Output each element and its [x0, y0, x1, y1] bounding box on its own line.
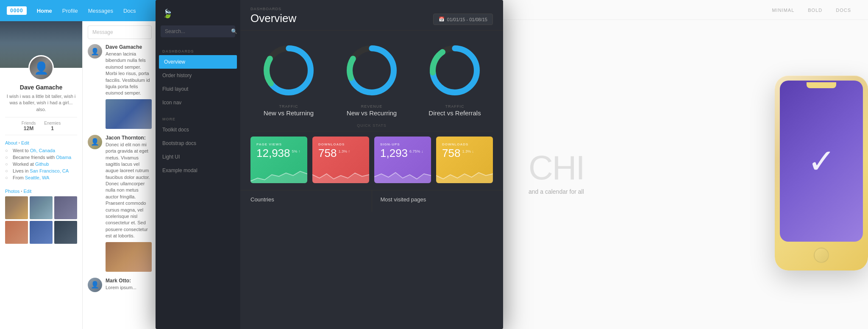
signups-label: SIGN-UPS	[380, 142, 425, 146]
about-item-canada: ○ Went to Oh, Canada	[5, 148, 77, 153]
leaf-icon: 🍃	[162, 8, 173, 19]
downloads-yellow-value: 7581.3% ↓	[442, 147, 487, 159]
donut-3	[425, 41, 484, 100]
profile-left: 👤 Dave Gamache I wish i was a little bit…	[0, 21, 83, 329]
feed-text-jacon: Donec id elit non mi porta gravida at eg…	[106, 142, 152, 240]
location-icon: ○	[5, 148, 10, 153]
photo-6[interactable]	[54, 221, 77, 244]
page-views-value: 12,9385% ↑	[256, 147, 301, 159]
about-item-sf: ○ Lives in San Francisco, CA	[5, 168, 77, 173]
nav-docs[interactable]: Docs	[123, 8, 136, 14]
photos-title: Photos · Edit	[5, 189, 77, 194]
work-icon: ○	[5, 162, 10, 167]
feed-item-mark: 👤 Mark Otto: Lorem ipsum...	[88, 278, 152, 292]
nav-overview[interactable]: Overview	[159, 55, 237, 69]
chart-1-title: New vs Returning	[264, 109, 314, 117]
nav-bootstrap-docs[interactable]: Bootstrap docs	[156, 137, 240, 150]
dashboard-panel: 🍃 🔍 DASHBOARDS Overview Order history Fl…	[156, 0, 503, 329]
photo-1[interactable]	[5, 196, 28, 219]
nav-toolkit-docs[interactable]: Toolkit docs	[156, 123, 240, 137]
feed-name-mark: Mark Otto:	[106, 278, 152, 284]
chart-3-type: Traffic	[445, 104, 465, 109]
profile-stats: Friends 12M Enemies 1	[5, 117, 77, 135]
nav-profile[interactable]: Profile	[62, 8, 78, 14]
most-visited-title: Most visited pages	[381, 196, 493, 203]
profile-area: 👤 Dave Gamache I wish i was a little bit…	[0, 21, 157, 329]
phone-screen: ✓	[780, 81, 863, 242]
nav-bold[interactable]: BOLD	[808, 8, 822, 13]
feed-content-jacon: Jacon Thornton: Donec id elit non mi por…	[106, 135, 152, 272]
downloads-yellow-trend	[436, 166, 493, 183]
feed-avatar-jacon: 👤	[88, 135, 102, 149]
most-visited-section: Most visited pages	[372, 190, 493, 212]
page-title: Overview	[250, 12, 296, 25]
photo-2[interactable]	[30, 196, 53, 219]
nav-example-modal[interactable]: Example modal	[156, 164, 240, 177]
chart-3-title: Direct vs Referrals	[428, 109, 481, 117]
chart-traffic-direct-referrals: Traffic Direct vs Referrals	[425, 41, 484, 117]
right-content: CHI and a calendar for all ✓	[503, 20, 868, 326]
about-item-github: ○ Worked at Github	[5, 162, 77, 167]
feed-avatar-dave: 👤	[88, 44, 102, 59]
profile-feed: Message 👤 Dave Gamache Aenean lacinia bi…	[83, 21, 157, 329]
photo-5[interactable]	[30, 221, 53, 244]
search-box[interactable]: 🔍	[161, 25, 235, 37]
about-item-obama: ○ Became friends with Obama	[5, 155, 77, 160]
stat-card-page-views: PAGE VIEWS 12,9385% ↑	[250, 137, 307, 183]
nav-order-history[interactable]: Order history	[156, 69, 240, 82]
about-edit[interactable]: Edit	[21, 140, 29, 145]
nav-minimal[interactable]: MINIMAL	[772, 8, 794, 13]
dash-search: 🔍	[156, 25, 240, 44]
about-title: About · Edit	[5, 140, 77, 145]
charts-row: Traffic New vs Returning Revenue New vs …	[240, 31, 503, 123]
feed-content-mark: Mark Otto: Lorem ipsum...	[106, 278, 152, 292]
right-heading: CHI	[529, 151, 732, 185]
countries-title: Countries	[250, 196, 363, 203]
nav-home[interactable]: Home	[37, 8, 52, 14]
photo-4[interactable]	[5, 221, 28, 244]
donut-svg-3	[425, 41, 484, 100]
feed-name-jacon: Jacon Thornton:	[106, 135, 152, 141]
logo[interactable]: 0000	[7, 6, 27, 15]
nav-docs[interactable]: DOCS	[836, 8, 851, 13]
donut-2	[342, 41, 401, 100]
photos-edit[interactable]: Edit	[23, 189, 31, 194]
dash-header: DASHBOARDS Overview 📅 01/01/15 - 01/08/1…	[240, 0, 503, 31]
nav-light-ui[interactable]: Light UI	[156, 150, 240, 164]
page-views-change: 5% ↑	[292, 149, 300, 153]
page-views-label: PAGE VIEWS	[256, 142, 301, 146]
downloads-red-label: DOWNLOADS	[318, 142, 363, 146]
map-icon: ○	[5, 175, 10, 180]
feed-content-dave: Dave Gamache Aenean lacinia bibendum nul…	[106, 44, 152, 129]
phone-outer: ✓	[775, 75, 868, 270]
avatar: 👤	[28, 55, 54, 81]
nav-messages[interactable]: Messages	[88, 8, 113, 14]
checkmark-icon: ✓	[807, 142, 836, 181]
downloads-yellow-label: DOWNLOADS	[442, 142, 487, 146]
page-views-trend	[250, 166, 307, 183]
dashboard-sidebar: 🍃 🔍 DASHBOARDS Overview Order history Fl…	[156, 0, 240, 329]
right-text-area: CHI and a calendar for all	[503, 134, 758, 212]
quick-stats-row: PAGE VIEWS 12,9385% ↑ DOWNLOADS 7581.3% …	[240, 131, 503, 190]
enemies-stat: Enemies 1	[44, 121, 61, 131]
stat-card-downloads-yellow: DOWNLOADS 7581.3% ↓	[436, 137, 493, 183]
photo-3[interactable]	[54, 196, 77, 219]
chart-1-type: Traffic	[279, 104, 298, 109]
nav-fluid-layout[interactable]: Fluid layout	[156, 82, 240, 96]
donut-svg-1	[259, 41, 318, 100]
enemies-label: Enemies	[44, 121, 61, 125]
search-input[interactable]	[165, 28, 228, 34]
date-range-button[interactable]: 📅 01/01/15 - 01/08/15	[433, 14, 493, 25]
nav-icon-nav[interactable]: Icon nav	[156, 96, 240, 109]
phone-screen-inner: ✓	[780, 81, 863, 242]
signups-value: 1,2936.75% ↓	[380, 147, 425, 159]
date-range-text: 01/01/15 - 01/08/15	[447, 17, 487, 22]
phone-notch	[807, 82, 836, 88]
about-item-seattle: ○ From Seattle, WA	[5, 175, 77, 180]
nav-section-more: MORE Toolkit docs Bootstrap docs Light U…	[156, 112, 240, 180]
right-panel: MINIMAL BOLD DOCS CHI and a calendar for…	[503, 0, 868, 329]
feed-avatar-mark: 👤	[88, 278, 102, 292]
right-subtext: and a calendar for all	[529, 188, 732, 195]
message-input[interactable]: Message	[88, 25, 152, 39]
phone-home-button[interactable]	[814, 248, 829, 263]
